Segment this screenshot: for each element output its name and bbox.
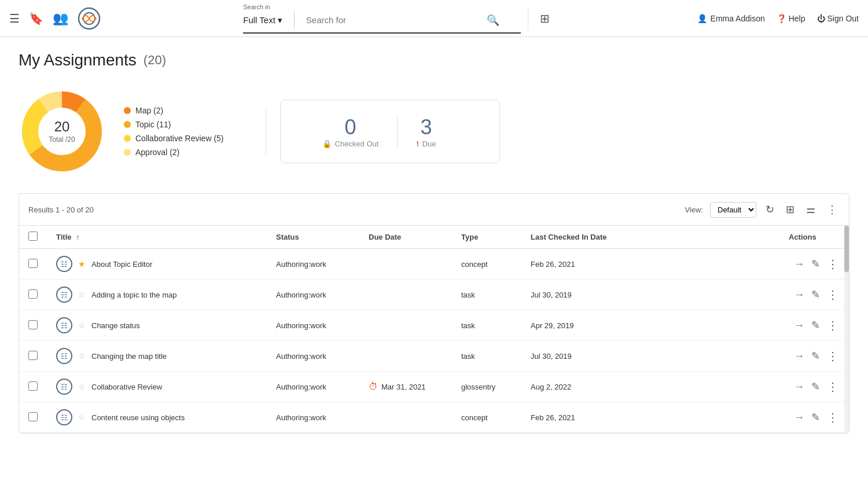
col-header-actions: Actions [779, 226, 849, 249]
title-cell-content: ☷ ☆ Content reuse using objects [56, 409, 258, 425]
due-date-text: Mar 31, 2021 [381, 383, 426, 391]
donut-total-number: 20 [49, 119, 75, 135]
edit-button[interactable]: ✎ [810, 318, 821, 333]
row-checkbox[interactable] [28, 412, 38, 421]
row-checkbox[interactable] [28, 320, 38, 329]
col-header-status: Status [267, 226, 359, 249]
title-cell-content: ☷ ☆ Change status [56, 317, 258, 333]
col-header-title[interactable]: Title ↑ [47, 226, 267, 249]
row-checkbox[interactable] [28, 289, 38, 299]
signout-button[interactable]: ⏻ Sign Out [817, 14, 859, 23]
view-select-wrapper: Default [710, 202, 756, 218]
title-cell-content: ☷ ☆ Collaborative Review [56, 379, 258, 395]
row-more-button[interactable]: ⋮ [826, 409, 840, 425]
app-logo[interactable] [78, 7, 101, 30]
search-button[interactable]: 🔍 [487, 14, 499, 27]
legend-label-map: Map (2) [135, 106, 163, 115]
navigate-button[interactable]: → [793, 318, 806, 333]
navigate-button[interactable]: → [793, 410, 806, 425]
row-checkbox[interactable] [28, 381, 38, 391]
search-in-dropdown[interactable]: Full Text ▾ [243, 15, 282, 25]
row-checkbox-cell [19, 249, 47, 280]
row-more-button[interactable]: ⋮ [826, 256, 840, 272]
row-actions: → ✎ ⋮ [789, 379, 840, 395]
view-label: View: [685, 205, 703, 214]
table-more-button[interactable]: ⋮ [825, 201, 840, 218]
row-title-text[interactable]: Change status [91, 321, 140, 330]
star-icon[interactable]: ☆ [78, 382, 86, 391]
navigate-button[interactable]: → [793, 380, 806, 394]
search-divider [294, 12, 295, 29]
hamburger-icon: ☰ [9, 12, 20, 25]
filter-button[interactable]: ⊞ [535, 12, 554, 25]
col-header-type: Type [452, 226, 521, 249]
row-title-cell: ☷ ☆ Content reuse using objects [47, 402, 267, 433]
row-checkbox[interactable] [28, 259, 38, 268]
table-body: ☷ ★ About Topic Editor Authoring:workcon… [19, 249, 849, 433]
checked-out-number: 0 [322, 115, 379, 139]
row-more-button[interactable]: ⋮ [826, 379, 840, 395]
view-select[interactable]: Default [710, 202, 756, 218]
star-icon[interactable]: ★ [78, 259, 86, 269]
header-left: ☰ 🔖 👥 [9, 7, 101, 30]
team-button[interactable]: 👥 [53, 11, 68, 26]
row-title-text[interactable]: Adding a topic to the map [91, 291, 176, 299]
scrollbar-track[interactable] [844, 226, 849, 433]
row-status-cell: Authoring:work [267, 341, 359, 372]
row-title-text[interactable]: About Topic Editor [91, 260, 152, 269]
star-icon[interactable]: ☆ [78, 321, 86, 330]
row-status-cell: Authoring:work [267, 402, 359, 433]
row-more-button[interactable]: ⋮ [826, 317, 840, 333]
edit-button[interactable]: ✎ [810, 410, 821, 425]
team-icon: 👥 [53, 11, 68, 26]
donut-chart: 20 Total /20 [19, 88, 105, 175]
results-count-text: Results 1 - 20 of 20 [28, 205, 678, 214]
assignments-table: Title ↑ Status Due Date Type Last Checke… [19, 226, 849, 433]
row-title-text[interactable]: Content reuse using objects [91, 413, 185, 422]
row-actions-cell: → ✎ ⋮ [779, 341, 849, 372]
navigate-button[interactable]: → [793, 257, 806, 271]
row-more-button[interactable]: ⋮ [826, 348, 840, 364]
row-title-text[interactable]: Changing the map title [91, 352, 167, 361]
user-menu-button[interactable]: 👤 Emma Addison [697, 14, 765, 23]
row-title-text[interactable]: Collaborative Review [91, 383, 162, 391]
chart-legend: Map (2) Topic (11) Collaborative Review … [124, 106, 224, 157]
edit-button[interactable]: ✎ [810, 256, 821, 271]
scrollbar-thumb[interactable] [844, 226, 849, 272]
refresh-button[interactable]: ↻ [763, 201, 777, 218]
help-button[interactable]: ❓ Help [777, 14, 806, 23]
doc-icon: ☷ [56, 256, 72, 272]
table-row: ☷ ☆ Content reuse using objects Authorin… [19, 402, 849, 433]
help-label: Help [789, 14, 806, 23]
row-type-cell: concept [452, 402, 521, 433]
row-type-cell: concept [452, 249, 521, 280]
navigate-button[interactable]: → [793, 349, 806, 364]
row-checkbox-cell [19, 402, 47, 433]
search-in-value: Full Text [243, 15, 275, 25]
row-last-checked-cell: Apr 29, 2019 [521, 310, 779, 341]
hamburger-button[interactable]: ☰ [9, 12, 20, 25]
table-head: Title ↑ Status Due Date Type Last Checke… [19, 226, 849, 249]
star-icon[interactable]: ☆ [78, 413, 86, 422]
row-checkbox[interactable] [28, 351, 38, 360]
row-last-checked-cell: Aug 2, 2022 [521, 372, 779, 402]
row-status-cell: Authoring:work [267, 280, 359, 310]
edit-button[interactable]: ✎ [810, 287, 821, 302]
stat-due: 3 ! Due [398, 115, 454, 148]
bookmark-button[interactable]: 🔖 [29, 12, 43, 25]
row-more-button[interactable]: ⋮ [826, 287, 840, 303]
edit-button[interactable]: ✎ [810, 348, 821, 364]
navigate-button[interactable]: → [793, 288, 806, 302]
star-icon[interactable]: ☆ [78, 351, 86, 361]
table-filter-icon: ⚌ [806, 204, 815, 215]
row-status-cell: Authoring:work [267, 249, 359, 280]
star-icon[interactable]: ☆ [78, 290, 86, 299]
row-due-date-cell [359, 280, 452, 310]
signout-icon: ⏻ [817, 14, 825, 23]
table-filter-button[interactable]: ⚌ [804, 201, 818, 218]
search-input[interactable] [306, 15, 480, 25]
select-all-checkbox[interactable] [28, 232, 38, 241]
columns-button[interactable]: ⊞ [784, 201, 797, 218]
row-due-date-cell [359, 341, 452, 372]
edit-button[interactable]: ✎ [810, 379, 821, 394]
